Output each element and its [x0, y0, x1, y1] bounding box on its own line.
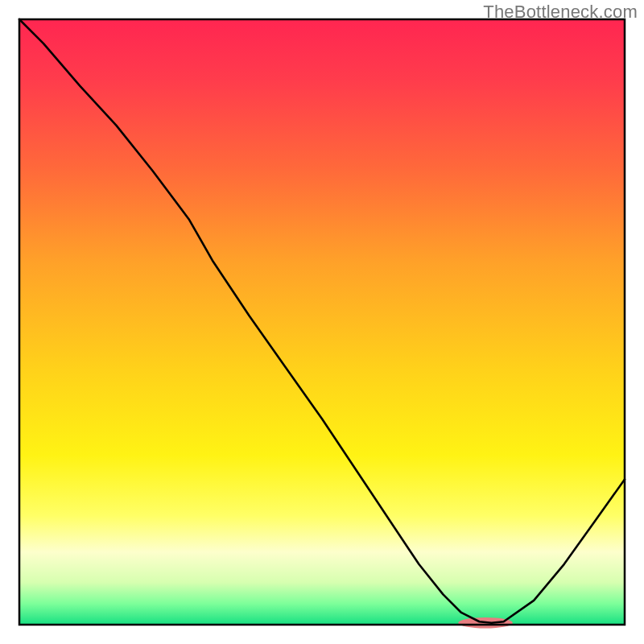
watermark-label: TheBottleneck.com: [483, 2, 638, 23]
chart-stage: TheBottleneck.com: [0, 0, 644, 644]
plot-background: [19, 19, 625, 625]
chart-svg: [0, 0, 644, 644]
